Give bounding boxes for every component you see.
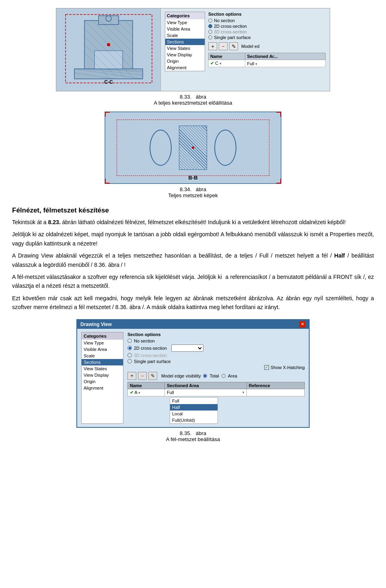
check-icon-833: ✔ bbox=[210, 61, 214, 66]
xhatch-label-835: Show X-Hatching bbox=[271, 365, 305, 370]
dd-local-835[interactable]: Local bbox=[170, 411, 218, 417]
area-dd-arrow-835[interactable]: ▾ bbox=[242, 390, 244, 394]
para-3: A Drawing View ablaknál végezzük el a te… bbox=[12, 251, 374, 269]
figure-833-container: C-C Categories View Type Visible Area Sc… bbox=[12, 8, 374, 91]
area-dropdown-835[interactable]: Full ▾ bbox=[167, 390, 244, 395]
cat-alignment-833[interactable]: Alignment bbox=[165, 64, 205, 71]
cat-viewdisplay-835[interactable]: View Display bbox=[82, 372, 123, 378]
caption-text-833: A teljes keresztmetszet előállítása bbox=[154, 100, 232, 106]
name-dd-arrow-835[interactable]: ▾ bbox=[138, 391, 140, 395]
rc-area-835 bbox=[222, 374, 226, 378]
radio-nosect-835[interactable]: No section bbox=[127, 338, 305, 343]
name-dropdown-arrow-833[interactable]: ▾ bbox=[220, 62, 222, 66]
cat-sections-835[interactable]: Sections bbox=[82, 359, 123, 365]
cat-scale-833[interactable]: Scale bbox=[165, 32, 205, 39]
radio-2d-835[interactable]: 2D cross-section bbox=[127, 345, 305, 352]
para-2: Jelöljük ki az oldalnézeti képet, majd n… bbox=[12, 230, 374, 248]
caption-num-835: 8.35. bbox=[180, 430, 191, 436]
cat-visiblearea-833[interactable]: Visible Area bbox=[165, 26, 205, 32]
rc-2d-835 bbox=[127, 346, 132, 350]
cat-viewtype-833[interactable]: View Type bbox=[165, 19, 205, 26]
caption-num-834: 8.34. bbox=[180, 186, 191, 192]
bb-dot-834 bbox=[192, 146, 194, 149]
radio-single-835[interactable]: Single part surface bbox=[127, 359, 305, 364]
cat-alignment-835[interactable]: Alignment bbox=[82, 385, 123, 391]
sections-table-833: Name Sectioned Ar... ✔ C ▾ bbox=[208, 53, 326, 67]
radio-nosection-label-833: No section bbox=[214, 18, 235, 23]
cat-viewstates-833[interactable]: View States bbox=[165, 45, 205, 52]
categories-title-833: Categories bbox=[165, 12, 205, 19]
radio-2d-circle-833 bbox=[208, 24, 212, 28]
sect-opt-title-833: Section options bbox=[208, 12, 326, 17]
figure-834-container: B-B bbox=[12, 111, 374, 184]
cat-origin-835[interactable]: Origin bbox=[82, 378, 123, 385]
add-btn-833[interactable]: + bbox=[208, 42, 217, 50]
td-name-835: ✔ A ▾ bbox=[128, 389, 165, 396]
show-xhatch-row-835: Show X-Hatching bbox=[127, 365, 305, 370]
radio-3d-833[interactable]: 3D cross-section bbox=[208, 29, 326, 34]
cat-viewdisplay-833[interactable]: View Display bbox=[165, 52, 205, 58]
caption-text-835: A fél-metszet beállítása bbox=[166, 436, 220, 442]
td-check-name-833: ✔ C ▾ bbox=[209, 60, 245, 67]
dd-fullunfold-835[interactable]: Full(Unfold) bbox=[170, 417, 218, 423]
dialog-title-835: Drawing View bbox=[80, 322, 112, 327]
add-btn-835[interactable]: + bbox=[127, 372, 136, 380]
cat-scale-835[interactable]: Scale bbox=[82, 353, 123, 359]
table-row-833-1: ✔ C ▾ Full ▾ bbox=[209, 60, 326, 67]
edit-btn-833[interactable]: ✎ bbox=[229, 42, 238, 50]
section-dropdown-835[interactable] bbox=[171, 345, 203, 352]
svg-point-3 bbox=[106, 16, 111, 21]
dialog-titlebar-835: Drawing View ✕ bbox=[77, 320, 309, 329]
bb-oval-left-834 bbox=[150, 130, 172, 166]
th-area-833: Sectioned Ar... bbox=[245, 53, 326, 60]
rc-3d-835 bbox=[127, 353, 132, 357]
lbl-single-835: Single part surface bbox=[134, 359, 171, 364]
svg-rect-5 bbox=[94, 51, 123, 69]
rc-nosect-835 bbox=[127, 338, 132, 343]
area-dropdown-arrow-833[interactable]: ▾ bbox=[255, 62, 257, 66]
area-value-833: Full bbox=[247, 61, 254, 66]
right-panel-835: Section options No section 2D cross-sect… bbox=[127, 332, 305, 424]
remove-btn-835[interactable]: − bbox=[138, 372, 147, 380]
categories-list-833: Categories View Type Visible Area Scale … bbox=[165, 12, 205, 71]
dd-half-835[interactable]: Half bbox=[170, 404, 218, 411]
bb-box-834: B-B bbox=[105, 111, 281, 184]
cat-viewstates-835[interactable]: View States bbox=[82, 365, 123, 372]
remove-btn-833[interactable]: − bbox=[219, 42, 228, 50]
dialog-close-btn-835[interactable]: ✕ bbox=[299, 321, 306, 328]
radio-2d-833[interactable]: 2D cross-section bbox=[208, 24, 326, 29]
edit-btn-835[interactable]: ✎ bbox=[148, 372, 157, 380]
radio-3d-label-833: 3D cross-section bbox=[214, 29, 247, 34]
radio-3d-835[interactable]: 3D cross-section bbox=[127, 353, 305, 358]
row-name-833: C bbox=[215, 61, 218, 66]
area-val-835: Full bbox=[167, 390, 174, 395]
radio-nosection-circle-833 bbox=[208, 19, 212, 23]
dropdown-list-835: Full Half Local Full(Unfold) bbox=[170, 397, 218, 424]
dd-full-835[interactable]: Full bbox=[170, 398, 218, 404]
corner-tl-834 bbox=[105, 112, 110, 117]
td-area-835: Full ▾ bbox=[165, 389, 247, 396]
cat-origin-833[interactable]: Origin bbox=[165, 58, 205, 64]
th-ref-835: Reference bbox=[246, 382, 304, 389]
radio-single-circle-833 bbox=[208, 35, 212, 39]
cat-sections-833[interactable]: Sections bbox=[165, 39, 205, 45]
model-edge-row-835: Model edge visibility Total Area bbox=[161, 373, 237, 378]
figure-833-box: C-C Categories View Type Visible Area Sc… bbox=[56, 8, 330, 91]
dialog-panel-833: Categories View Type Visible Area Scale … bbox=[161, 8, 330, 91]
bb-label-834: B-B bbox=[188, 175, 197, 181]
radio-single-833[interactable]: Single part surface bbox=[208, 35, 326, 40]
model-edge-label-835: Model edge visibility bbox=[161, 373, 201, 378]
dialog-window-835: Drawing View ✕ Categories View Type Visi… bbox=[76, 319, 310, 428]
th-name-833: Name bbox=[209, 53, 245, 60]
xhatch-checkbox-835[interactable] bbox=[264, 365, 269, 370]
cat-viewtype-835[interactable]: View Type bbox=[82, 340, 123, 346]
caption-word-834: ábra bbox=[196, 186, 206, 192]
categories-list-835: Categories View Type Visible Area Scale … bbox=[81, 332, 123, 424]
rc-total-835 bbox=[203, 374, 207, 378]
lbl-total-835: Total bbox=[209, 373, 219, 378]
cat-visiblearea-835[interactable]: Visible Area bbox=[82, 346, 123, 353]
para-4: A fél-metszet választásakor a szoftver e… bbox=[12, 272, 374, 291]
model-edge-label-833: Model ed bbox=[241, 44, 259, 49]
radio-3d-circle-833 bbox=[208, 30, 212, 34]
radio-nosection-833[interactable]: No section bbox=[208, 18, 326, 23]
